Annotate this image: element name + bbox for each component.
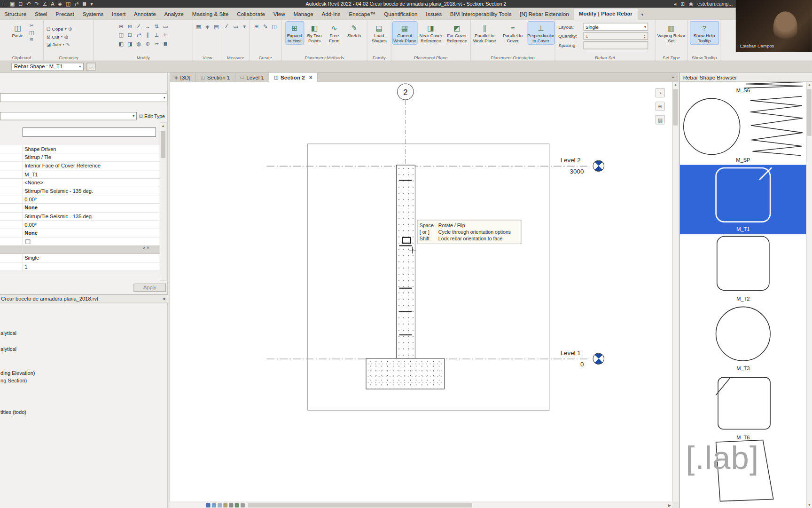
sketch-button[interactable]: ✎ Sketch: [345, 22, 363, 39]
tool-icon[interactable]: ⊟: [126, 32, 134, 40]
project-tree-item[interactable]: alytical: [0, 346, 16, 352]
apps-grid-icon[interactable]: ⊞: [680, 1, 685, 7]
tool-icon[interactable]: ∠: [135, 24, 143, 32]
property-value[interactable]: <None>: [23, 179, 160, 187]
level-2-elevation[interactable]: 3000: [570, 168, 584, 175]
rebar-shape-item-m_t1[interactable]: M_T1: [680, 165, 806, 234]
tool-icon[interactable]: ∥: [144, 32, 152, 40]
free-form-button[interactable]: ∿ Free Form: [325, 22, 343, 44]
cut-geometry-tool[interactable]: ⊠ Cut ▾ ◍: [47, 33, 69, 40]
rebar-shape-selector[interactable]: Rebar Shape : M_T1 ▾: [11, 63, 83, 71]
ribbon-tab-insert[interactable]: Insert: [108, 9, 130, 20]
sun-path-icon[interactable]: [223, 503, 227, 507]
join-dropdown-icon[interactable]: ▾: [62, 42, 64, 47]
tool-icon[interactable]: ⇅: [153, 24, 161, 32]
project-tree-item[interactable]: ding Elevation): [0, 370, 35, 376]
tool-icon[interactable]: ▾: [241, 24, 249, 32]
far-cover-reference-button[interactable]: ◩ Far Cover Reference: [445, 22, 469, 44]
properties-scrollbar[interactable]: ▲: [160, 122, 166, 281]
view-tab-overflow-icon[interactable]: ⌄: [671, 74, 675, 79]
view-tab-level-1[interactable]: ▭ Level 1: [235, 72, 269, 82]
grid-bubble[interactable]: 2: [397, 83, 414, 100]
project-tree-item[interactable]: alytical: [0, 330, 16, 336]
panel-label-placement-orientation[interactable]: Placement Orientation: [471, 55, 555, 60]
ribbon-tab-quantification[interactable]: Quantification: [380, 9, 422, 20]
scroll-right-icon[interactable]: ▶: [668, 503, 671, 508]
redo-icon[interactable]: ↷: [34, 0, 39, 8]
panel-label-show-tooltip[interactable]: Show Tooltip: [688, 55, 721, 60]
scale-icon[interactable]: [206, 503, 211, 507]
3d-view-icon[interactable]: ◈: [58, 0, 62, 8]
property-row[interactable]: Stirrup/Tie Seismic - 135 deg.: [0, 187, 160, 196]
tool-icon[interactable]: ◈: [203, 24, 211, 32]
edit-type-button[interactable]: ⊞ Edit Type: [139, 112, 165, 120]
property-row[interactable]: [0, 238, 160, 246]
tool-icon[interactable]: ≋: [162, 32, 170, 40]
signed-in-user[interactable]: esteban.camp...: [697, 1, 733, 7]
view-tab-section-2[interactable]: ◫ Section 2 ×: [269, 72, 318, 82]
layout-select[interactable]: Single ▾: [584, 23, 648, 31]
scrollbar-thumb[interactable]: [673, 89, 678, 126]
parallel-to-cover-button[interactable]: ≈ Parallel to Cover: [500, 22, 526, 44]
ribbon-tab-view[interactable]: View: [269, 9, 289, 20]
app-menu-icon[interactable]: ≡: [3, 0, 6, 8]
panel-label-clipboard[interactable]: Clipboard: [0, 55, 43, 60]
crop-view-icon[interactable]: [235, 503, 239, 507]
rebar-shape-item-m_t6[interactable]: M_T6: [680, 373, 806, 443]
tool-icon[interactable]: ⊥: [153, 32, 161, 40]
scroll-up-icon[interactable]: ▲: [160, 123, 166, 129]
ribbon-tab-modify-place-rebar[interactable]: Modify | Place Rebar: [573, 8, 639, 20]
pan-icon[interactable]: ▤: [656, 115, 665, 125]
ribbon-tab-issues[interactable]: Issues: [422, 9, 445, 20]
scrollbar-thumb[interactable]: [248, 503, 472, 508]
tool-icon[interactable]: ⊕: [144, 41, 152, 49]
level-1-elevation[interactable]: 0: [580, 361, 584, 368]
cut-icon[interactable]: ✂: [29, 23, 34, 28]
panel-label-family[interactable]: Family: [367, 55, 391, 60]
ribbon-tab-analyze[interactable]: Analyze: [160, 9, 188, 20]
ribbon-tab-precast[interactable]: Precast: [51, 9, 78, 20]
type-selector-combo[interactable]: ▾: [0, 112, 137, 120]
paste-button[interactable]: ◫ Paste: [9, 22, 27, 39]
property-row[interactable]: 1: [0, 262, 160, 271]
tool-icon[interactable]: ◫: [270, 24, 278, 32]
tool-icon[interactable]: ▱: [153, 41, 161, 49]
tool-icon[interactable]: ∠: [223, 24, 231, 32]
tool-icon[interactable]: ↔: [144, 24, 152, 32]
tool-icon[interactable]: ▤: [212, 24, 220, 32]
property-value[interactable]: Stirrup/Tie Seismic - 135 deg.: [23, 212, 160, 220]
shadows-icon[interactable]: [229, 503, 234, 507]
parallel-to-work-plane-button[interactable]: ∥ Parallel to Work Plane: [471, 22, 498, 44]
property-value[interactable]: Stirrup/Tie Seismic - 135 deg.: [23, 187, 160, 195]
drawing-area[interactable]: 2 Level 2 3000 Level 1 0 SpaceRotate / F…: [170, 82, 672, 502]
cope-tool[interactable]: ⊟ Cope ▾ ⊕: [47, 26, 72, 32]
property-row[interactable]: Single: [0, 254, 160, 262]
tool-icon[interactable]: ≣: [162, 41, 170, 49]
tool-icon[interactable]: ⇄: [135, 32, 143, 40]
tool-icon[interactable]: ⊠: [126, 24, 134, 32]
scroll-up-icon[interactable]: ▲: [672, 82, 678, 88]
perpendicular-to-cover-button[interactable]: ⊥ Perpendicular to Cover: [528, 22, 554, 44]
copy-icon[interactable]: ◫: [29, 30, 34, 35]
scrollbar-thumb[interactable]: [807, 89, 812, 136]
ribbon-display-toggle-icon[interactable]: ▾: [641, 12, 643, 17]
property-row[interactable]: None: [0, 229, 160, 238]
tool-icon[interactable]: ▭: [162, 24, 170, 32]
cut-dropdown-icon[interactable]: ▾: [61, 35, 62, 39]
spacing-input[interactable]: [584, 41, 648, 49]
varying-rebar-set-button[interactable]: ▥ Varying Rebar Set: [657, 22, 686, 44]
print-icon[interactable]: ⊟: [18, 0, 23, 8]
ribbon-tab-collaborate[interactable]: Collaborate: [233, 9, 269, 20]
panel-label-geometry[interactable]: Geometry: [44, 55, 93, 60]
tool-icon[interactable]: ◨: [126, 41, 134, 49]
paint-icon[interactable]: ◍: [64, 34, 69, 40]
view-tab-3d[interactable]: ◈ {3D}: [170, 72, 196, 82]
ribbon-tab-structure[interactable]: Structure: [0, 9, 31, 20]
undo-icon[interactable]: ↶: [26, 0, 31, 8]
ribbon-tab-massing-site[interactable]: Massing & Site: [188, 9, 233, 20]
property-row[interactable]: Stirrup/Tie Seismic - 135 deg.: [0, 212, 160, 221]
level-1-name[interactable]: Level 1: [561, 349, 581, 357]
property-row[interactable]: 0.00°: [0, 196, 160, 204]
ribbon-tab-n-rebar-extension[interactable]: [N] Rebar Extension: [515, 9, 573, 20]
tool-icon[interactable]: ▭: [232, 24, 240, 32]
